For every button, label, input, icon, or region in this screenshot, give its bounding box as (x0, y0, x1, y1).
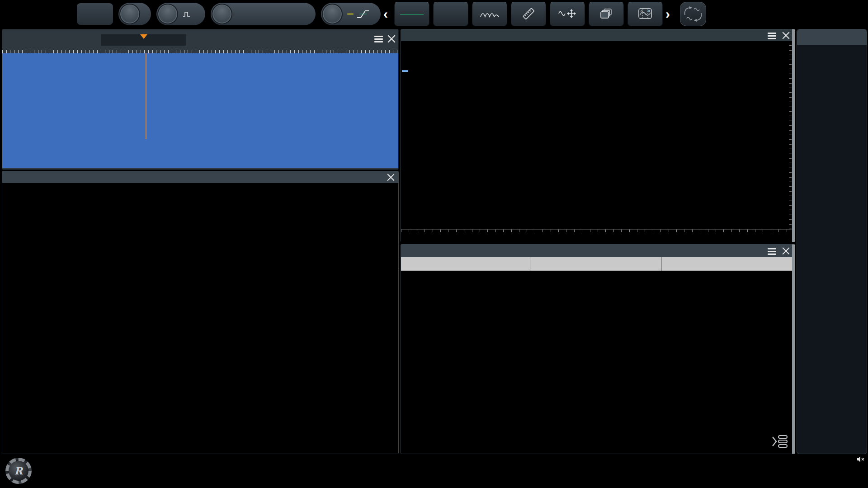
fft-right-tick-ruler (788, 41, 792, 229)
acquisition-pill[interactable] (156, 3, 205, 25)
delayed-sweep-titlebar (2, 171, 398, 183)
chevron-left-icon[interactable]: ‹ (383, 7, 388, 21)
record-button[interactable] (550, 2, 585, 26)
col-index[interactable] (401, 257, 530, 271)
col-ampl[interactable] (661, 257, 793, 271)
chevron-right-icon[interactable]: › (665, 7, 670, 21)
swap-arrows-icon (683, 5, 703, 23)
delay-pill[interactable] (211, 3, 316, 25)
close-icon[interactable] (782, 32, 790, 39)
peak-search-panel (401, 244, 795, 454)
zoom-waveform-area[interactable] (2, 183, 398, 454)
divider (400, 14, 424, 14)
menu-icon[interactable] (768, 248, 776, 255)
pulse-icon (183, 11, 191, 17)
tick-ruler (2, 50, 398, 53)
fft-panel (401, 29, 795, 242)
speaker-muted-icon[interactable] (857, 456, 864, 463)
bottom-status-bar: R (0, 454, 868, 488)
trigger-status[interactable] (77, 3, 113, 25)
default-button[interactable] (433, 2, 468, 26)
svg-text:B: B (648, 9, 650, 12)
peak-search-titlebar (401, 244, 794, 257)
math1-marker-badge[interactable] (402, 70, 408, 72)
spectrum-area[interactable] (401, 41, 792, 229)
horizontal-timebase-pill[interactable] (118, 3, 151, 25)
col-freq[interactable] (530, 257, 661, 271)
menu-icon[interactable] (768, 33, 776, 39)
multi-window-button[interactable] (589, 2, 624, 26)
rtsa-button[interactable] (472, 2, 507, 26)
stacked-windows-icon (600, 9, 612, 19)
results-title (797, 29, 867, 45)
ruler-icon (522, 8, 535, 19)
stop-run-button[interactable] (394, 2, 429, 26)
panel-edge (792, 29, 795, 242)
svg-text:A: A (641, 9, 642, 12)
t-knob[interactable] (322, 4, 343, 24)
d-knob[interactable] (212, 4, 232, 24)
trigger-position-triangle[interactable] (140, 34, 147, 42)
clock-block (783, 456, 864, 463)
a-knob[interactable] (157, 4, 178, 24)
spectrum-icon (480, 9, 499, 18)
fft-frequency-labels (401, 229, 792, 242)
mode-switch-button[interactable] (680, 2, 706, 26)
close-icon[interactable] (782, 247, 790, 255)
close-icon[interactable] (387, 35, 396, 43)
h-knob[interactable] (119, 4, 140, 24)
main-waveform-area[interactable] (2, 53, 398, 168)
cursor-ab-icon: AB (638, 8, 652, 19)
panel-edge (792, 244, 795, 454)
fft-titlebar (401, 29, 794, 41)
measure-button[interactable] (511, 2, 546, 26)
peak-table (401, 257, 793, 271)
delayed-sweep-panel (2, 171, 399, 454)
menu-icon[interactable] (374, 36, 383, 42)
trigger-pill[interactable] (321, 3, 381, 25)
rising-edge-icon (356, 8, 370, 20)
close-icon[interactable] (387, 174, 395, 181)
wave-move-icon (558, 9, 576, 18)
rigol-gear-logo[interactable]: R (5, 458, 32, 484)
waveform-view-panel (2, 29, 399, 170)
table-header-row (401, 257, 793, 271)
results-sidebar (797, 29, 867, 454)
trigger-position-line (146, 53, 146, 139)
trigger-source-badge (347, 14, 354, 14)
cursor-button[interactable]: AB (627, 2, 663, 26)
drag-handle-icon[interactable] (771, 434, 789, 449)
top-toolbar: ‹ AB › (0, 0, 868, 28)
acquisition-preview-strip[interactable] (101, 34, 186, 46)
